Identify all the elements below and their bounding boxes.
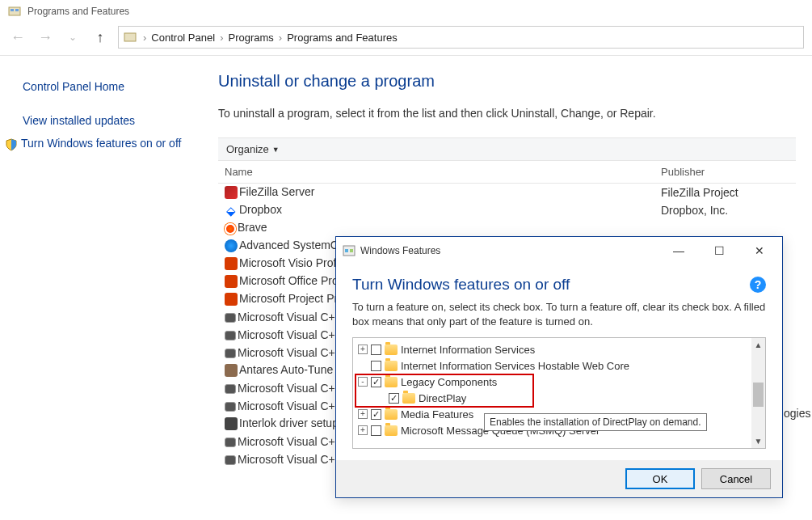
column-header-publisher[interactable]: Publisher (654, 161, 796, 184)
program-icon (225, 417, 238, 430)
cancel-button[interactable]: Cancel (701, 468, 771, 489)
expand-icon[interactable]: + (358, 345, 368, 354)
scroll-track[interactable] (751, 352, 765, 434)
svg-rect-2 (15, 9, 19, 11)
feature-checkbox[interactable] (371, 409, 381, 420)
svg-rect-1 (11, 9, 14, 11)
sidebar-view-installed-updates[interactable]: View installed updates (23, 109, 187, 132)
feature-checkbox[interactable] (371, 377, 381, 387)
scroll-up-button[interactable]: ▲ (751, 338, 765, 352)
dialog-titlebar: Windows Features — ☐ ✕ (336, 237, 782, 264)
scrollbar[interactable]: ▲ ▼ (751, 338, 765, 448)
expand-icon[interactable]: + (358, 425, 368, 435)
close-button[interactable]: ✕ (742, 240, 777, 261)
program-icon (225, 438, 236, 447)
feature-checkbox[interactable] (371, 345, 381, 355)
sidebar-windows-features-label: Turn Windows features on or off (21, 137, 181, 150)
nav-up-button[interactable]: ↑ (90, 27, 110, 47)
program-name: Interlok driver setup (239, 416, 339, 429)
program-icon: ⬙ (225, 204, 238, 217)
program-icon (225, 349, 236, 358)
program-name: Antares Auto-Tune 7 (239, 363, 343, 376)
svg-rect-3 (124, 33, 136, 41)
program-name: Microsoft Visual C++ (238, 311, 342, 323)
program-name: Dropbox (239, 203, 282, 216)
breadcrumb[interactable]: › Control Panel › Programs › Programs an… (118, 26, 804, 49)
folder-icon (385, 361, 398, 371)
program-name: Microsoft Visual C++ (238, 453, 342, 466)
program-icon (225, 239, 238, 252)
program-row[interactable]: Brave (218, 219, 796, 237)
program-name: FileZilla Server (239, 185, 314, 198)
program-icon (225, 402, 236, 412)
program-icon (225, 293, 238, 306)
folder-icon (385, 409, 398, 420)
help-icon[interactable]: ? (750, 277, 766, 293)
breadcrumb-icon (124, 31, 137, 44)
program-name: Microsoft Visual C++ (238, 328, 342, 341)
program-icon (225, 186, 238, 199)
feature-checkbox[interactable] (371, 425, 381, 436)
folder-icon (402, 393, 415, 404)
scroll-thumb[interactable] (753, 383, 764, 407)
feature-row[interactable]: -Legacy Components (353, 374, 751, 390)
feature-checkbox[interactable] (371, 361, 381, 371)
program-icon (225, 331, 236, 340)
folder-icon (385, 425, 398, 436)
feature-row[interactable]: +Internet Information Services (353, 341, 751, 357)
program-row[interactable]: ⬙DropboxDropbox, Inc. (218, 201, 796, 219)
program-icon (225, 313, 236, 323)
program-name: Microsoft Visual C++ (238, 382, 342, 395)
page-title: Uninstall or change a program (218, 72, 796, 91)
maximize-button[interactable]: ☐ (701, 240, 737, 261)
nav-forward-button[interactable]: → (36, 27, 55, 47)
nav-recent-dropdown[interactable]: ⌄ (63, 27, 82, 47)
toolbar: Organize ▼ (218, 137, 796, 161)
breadcrumb-programs[interactable]: Programs (228, 32, 273, 44)
chevron-down-icon: ▼ (272, 146, 280, 154)
breadcrumb-programs-and-features[interactable]: Programs and Features (287, 32, 398, 44)
nav-back-button[interactable]: ← (8, 27, 27, 47)
program-icon (225, 275, 238, 288)
page-description: To uninstall a program, select it from t… (218, 107, 796, 120)
control-panel-icon (8, 5, 21, 18)
sidebar: Control Panel Home View installed update… (0, 56, 202, 520)
feature-label: Media Features (401, 408, 473, 421)
program-publisher: Dropbox, Inc. (654, 201, 796, 219)
expand-icon[interactable]: + (358, 409, 368, 419)
feature-row[interactable]: DirectPlay (353, 390, 751, 406)
dialog-description: To turn a feature on, select its check b… (352, 300, 766, 329)
scroll-down-button[interactable]: ▼ (751, 434, 765, 448)
feature-label: Legacy Components (401, 376, 497, 388)
program-row[interactable]: FileZilla ServerFileZilla Project (218, 184, 796, 201)
navigation-bar: ← → ⌄ ↑ › Control Panel › Programs › Pro… (0, 23, 812, 56)
program-icon (225, 364, 238, 377)
sidebar-control-panel-home[interactable]: Control Panel Home (23, 75, 187, 98)
program-name: Microsoft Visual C++ (238, 400, 342, 412)
organize-button[interactable]: Organize ▼ (226, 143, 280, 155)
feature-label: DirectPlay (419, 392, 466, 404)
feature-row[interactable]: Internet Information Services Hostable W… (353, 357, 751, 374)
sidebar-turn-windows-features[interactable]: Turn Windows features on or off (5, 132, 187, 156)
dialog-icon (343, 244, 356, 257)
svg-rect-6 (350, 249, 353, 252)
program-icon (225, 223, 236, 235)
program-icon (225, 384, 236, 394)
chevron-right-icon: › (141, 32, 148, 44)
organize-label: Organize (226, 143, 269, 155)
program-publisher: FileZilla Project (654, 184, 796, 201)
feature-label: Internet Information Services Hostable W… (401, 360, 629, 372)
collapse-icon[interactable]: - (358, 377, 368, 387)
feature-label: Internet Information Services (401, 344, 535, 356)
feature-checkbox[interactable] (389, 393, 399, 404)
shield-icon (5, 138, 18, 151)
column-header-name[interactable]: Name (218, 161, 654, 184)
ok-button[interactable]: OK (625, 468, 695, 489)
breadcrumb-control-panel[interactable]: Control Panel (151, 32, 215, 44)
program-name: Microsoft Visual C++ (238, 346, 342, 359)
obscured-text-fragment: ogies (784, 407, 810, 420)
chevron-right-icon: › (277, 32, 284, 44)
program-icon (225, 257, 238, 270)
minimize-button[interactable]: — (661, 240, 696, 261)
expander-placeholder (358, 361, 368, 370)
